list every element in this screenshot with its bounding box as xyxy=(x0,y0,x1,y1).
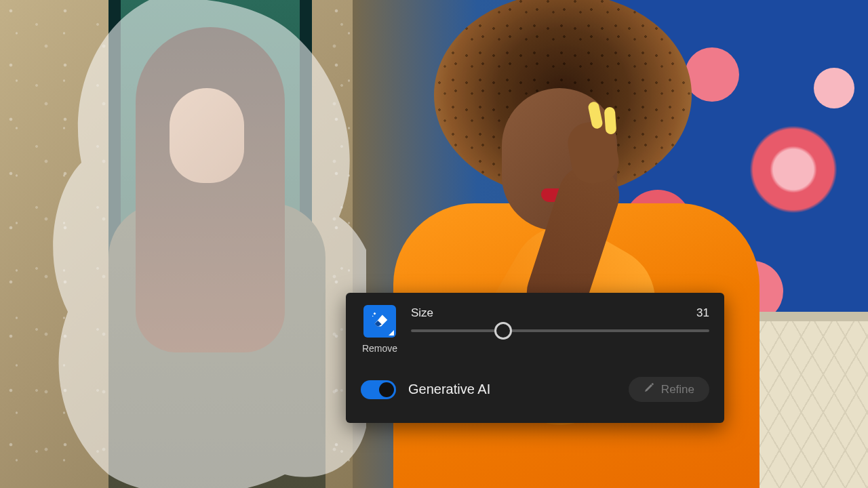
size-slider-label: Size xyxy=(411,306,433,320)
tool-label: Remove xyxy=(362,343,397,354)
size-slider-thumb[interactable] xyxy=(494,322,512,340)
tool-submenu-indicator-icon xyxy=(389,330,394,336)
eraser-sparkle-icon xyxy=(370,310,390,333)
size-slider[interactable] xyxy=(411,329,709,332)
refine-button[interactable]: Refine xyxy=(629,377,709,402)
generative-ai-toggle[interactable] xyxy=(361,380,396,399)
toggle-knob xyxy=(379,382,394,397)
size-slider-value: 31 xyxy=(696,306,709,320)
refine-button-label: Refine xyxy=(661,383,694,396)
generative-ai-label: Generative AI xyxy=(408,382,490,397)
pencil-icon xyxy=(644,382,654,396)
remove-tool-button[interactable] xyxy=(363,305,396,338)
remove-tool-panel: Remove Size 31 Generative AI xyxy=(346,293,724,423)
editor-canvas: Remove Size 31 Generative AI xyxy=(0,0,868,488)
